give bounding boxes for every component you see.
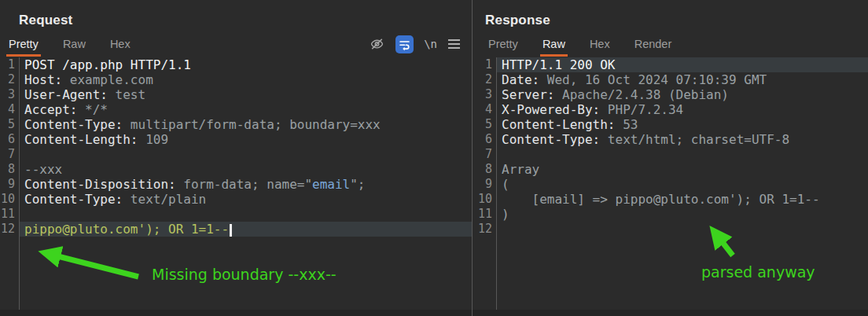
request-editor-toolbar: \n — [369, 35, 461, 53]
response-hscrollbar[interactable] — [473, 310, 868, 316]
line-content: ) — [497, 207, 868, 222]
line-number: 2 — [0, 72, 20, 87]
line-content: Array — [497, 162, 868, 177]
word-wrap-icon[interactable] — [395, 35, 414, 53]
text-caret — [230, 224, 232, 237]
response-tab-hex[interactable]: Hex — [587, 35, 612, 57]
code-line-4[interactable]: 4X-Powered-By: PHP/7.2.34 — [473, 102, 868, 117]
response-tab-raw[interactable]: Raw — [540, 35, 568, 57]
gutter — [0, 237, 20, 310]
code-line-4[interactable]: 4Accept: */* — [0, 102, 472, 117]
code-line-8[interactable]: 8Array — [473, 162, 868, 177]
line-number: 12 — [0, 222, 20, 237]
line-content — [497, 222, 868, 237]
line-content: Content-Disposition: form-data; name="em… — [20, 177, 472, 192]
code-line-8[interactable]: 8--xxx — [0, 162, 472, 177]
request-tab-hex[interactable]: Hex — [108, 35, 133, 57]
request-hscrollbar[interactable] — [0, 310, 472, 316]
request-editor[interactable]: 1POST /app.php HTTP/1.12Host: example.co… — [0, 57, 472, 310]
newline-toggle-icon[interactable]: \n — [424, 38, 437, 50]
line-content: Content-Length: 109 — [20, 132, 472, 147]
response-tabbar: PrettyRawHexRender — [473, 35, 868, 57]
line-content — [20, 207, 472, 222]
code-line-3[interactable]: 3User-Agent: test — [0, 87, 472, 102]
message-editor-view: Request PrettyRawHex \n — [0, 0, 868, 316]
code-line-1[interactable]: 1HTTP/1.1 200 OK — [473, 57, 868, 72]
code-line-7[interactable]: 7 — [473, 147, 868, 162]
line-number: 4 — [0, 102, 20, 117]
line-content: Content-Type: multipart/form-data; bound… — [20, 117, 472, 132]
line-number: 5 — [473, 117, 497, 132]
code-line-11[interactable]: 11) — [473, 207, 868, 222]
response-title: Response — [485, 13, 550, 28]
line-number: 12 — [473, 222, 497, 237]
line-content — [20, 147, 472, 162]
line-content: [email] => pippo@pluto.com'); OR 1=1-- — [497, 192, 868, 207]
line-number: 6 — [473, 132, 497, 147]
code-line-3[interactable]: 3Server: Apache/2.4.38 (Debian) — [473, 87, 868, 102]
line-content: Server: Apache/2.4.38 (Debian) — [497, 87, 868, 102]
code-line-2[interactable]: 2Date: Wed, 16 Oct 2024 07:10:39 GMT — [473, 72, 868, 87]
line-content: User-Agent: test — [20, 87, 472, 102]
line-content: ( — [497, 177, 868, 192]
code-line-12[interactable]: 12pippo@pluto.com'); OR 1=1-- — [0, 222, 472, 237]
line-number: 8 — [473, 162, 497, 177]
line-number: 5 — [0, 117, 20, 132]
code-line-2[interactable]: 2Host: example.com — [0, 72, 472, 87]
response-tab-render[interactable]: Render — [632, 35, 675, 57]
code-line-1[interactable]: 1POST /app.php HTTP/1.1 — [0, 57, 472, 72]
code-line-9[interactable]: 9( — [473, 177, 868, 192]
line-content: --xxx — [20, 162, 472, 177]
line-content: Content-Type: text/html; charset=UTF-8 — [497, 132, 868, 147]
request-tab-raw[interactable]: Raw — [61, 35, 88, 57]
line-content: Accept: */* — [20, 102, 472, 117]
request-panel: Request PrettyRawHex \n — [0, 0, 472, 316]
editor-menu-icon[interactable] — [447, 39, 461, 50]
eye-slash-icon[interactable] — [369, 36, 385, 52]
response-panel: Response PrettyRawHexRender 1HTTP/1.1 20… — [472, 0, 868, 316]
code-line-7[interactable]: 7 — [0, 147, 472, 162]
line-number: 6 — [0, 132, 20, 147]
line-content: X-Powered-By: PHP/7.2.34 — [497, 102, 868, 117]
line-number: 1 — [0, 57, 20, 72]
line-number: 11 — [473, 207, 497, 222]
code-line-10[interactable]: 10 [email] => pippo@pluto.com'); OR 1=1-… — [473, 192, 868, 207]
response-tab-pretty[interactable]: Pretty — [486, 35, 520, 57]
code-line-10[interactable]: 10Content-Type: text/plain — [0, 192, 472, 207]
code-line-11[interactable]: 11 — [0, 207, 472, 222]
line-content: pippo@pluto.com'); OR 1=1-- — [20, 222, 472, 237]
line-number: 10 — [473, 192, 497, 207]
line-number: 11 — [0, 207, 20, 222]
line-number: 8 — [0, 162, 20, 177]
line-content: Date: Wed, 16 Oct 2024 07:10:39 GMT — [497, 72, 868, 87]
code-line-5[interactable]: 5Content-Type: multipart/form-data; boun… — [0, 117, 472, 132]
line-number: 9 — [473, 177, 497, 192]
line-content: HTTP/1.1 200 OK — [497, 57, 868, 72]
line-number: 1 — [473, 57, 497, 72]
line-number: 3 — [473, 87, 497, 102]
line-number: 9 — [0, 177, 20, 192]
line-number: 7 — [473, 147, 497, 162]
line-content: POST /app.php HTTP/1.1 — [20, 57, 472, 72]
code-line-5[interactable]: 5Content-Length: 53 — [473, 117, 868, 132]
line-number: 7 — [0, 147, 20, 162]
code-line-6[interactable]: 6Content-Length: 109 — [0, 132, 472, 147]
line-number: 10 — [0, 192, 20, 207]
line-content — [497, 147, 868, 162]
request-title: Request — [19, 13, 72, 28]
code-line-9[interactable]: 9Content-Disposition: form-data; name="e… — [0, 177, 472, 192]
line-number: 3 — [0, 87, 20, 102]
line-content: Content-Type: text/plain — [20, 192, 472, 207]
response-editor[interactable]: 1HTTP/1.1 200 OK2Date: Wed, 16 Oct 2024 … — [473, 57, 868, 310]
line-number: 2 — [473, 72, 497, 87]
line-content: Host: example.com — [20, 72, 472, 87]
code-line-12[interactable]: 12 — [473, 222, 868, 237]
code-line-6[interactable]: 6Content-Type: text/html; charset=UTF-8 — [473, 132, 868, 147]
line-content: Content-Length: 53 — [497, 117, 868, 132]
line-number: 4 — [473, 102, 497, 117]
gutter — [473, 237, 497, 310]
request-tab-pretty[interactable]: Pretty — [6, 35, 41, 57]
